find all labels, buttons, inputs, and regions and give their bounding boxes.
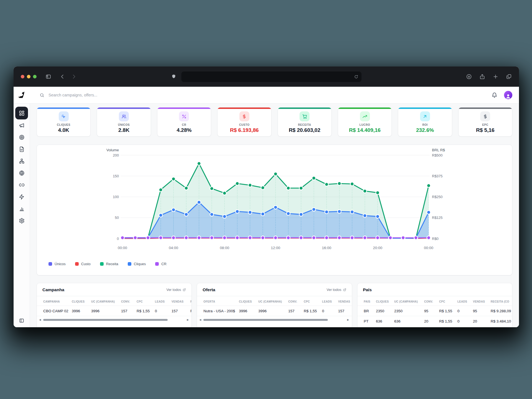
column-header: LEADS — [322, 300, 338, 303]
table-row[interactable]: PT63663620R$ 1,55020R$ 3.484,10 — [357, 316, 512, 326]
browser-sidebar-toggle-icon[interactable] — [45, 74, 51, 80]
user-avatar[interactable] — [504, 91, 512, 99]
table-cell: 2350 — [376, 309, 394, 313]
dollar-icon — [480, 111, 490, 121]
table-cell: 0 — [155, 309, 172, 313]
scrollbar-track[interactable] — [203, 319, 345, 321]
app-sidebar — [14, 104, 30, 327]
table-row[interactable]: Nutra - USA - 200$39963996157R$ 1,550157 — [197, 306, 352, 316]
address-bar[interactable] — [181, 71, 362, 82]
downloads-icon[interactable] — [466, 74, 472, 80]
column-header: CPC — [439, 300, 457, 303]
notifications-bell-icon[interactable] — [492, 92, 497, 98]
sidebar-item-reports[interactable] — [16, 203, 28, 215]
legend-item-nicos[interactable]: Únicos — [48, 262, 66, 266]
legend-item-custo[interactable]: Custo — [75, 262, 91, 266]
minimize-window-button[interactable] — [27, 75, 30, 78]
svg-text:20:00: 20:00 — [373, 246, 382, 250]
collapse-sidebar-icon[interactable] — [19, 318, 24, 323]
stat-label: CLIQUES — [57, 123, 70, 126]
table-row[interactable]: CBO CAMP 0239963996157R$ 1,550157R — [37, 306, 191, 316]
privacy-shield-icon[interactable] — [171, 74, 177, 79]
scrollbar-thumb[interactable] — [43, 319, 168, 321]
table-cell: 0 — [457, 309, 473, 313]
share-icon[interactable] — [479, 74, 485, 80]
scrollbar-track[interactable] — [43, 319, 185, 321]
ver-todos-link[interactable]: Ver todos — [167, 288, 186, 292]
search-bar — [30, 93, 492, 98]
stat-accent-bar — [37, 108, 90, 109]
svg-text:50: 50 — [115, 216, 119, 220]
sidebar-item-offers[interactable] — [16, 131, 28, 143]
svg-text:12:00: 12:00 — [271, 246, 280, 250]
column-header: CPC — [304, 300, 322, 303]
column-header: CLIQUES — [376, 300, 394, 303]
globe-icon — [19, 170, 25, 176]
table-cell: 95 — [473, 309, 491, 313]
column-header: CONV. — [288, 300, 304, 303]
tab-overview-icon[interactable] — [506, 74, 512, 80]
column-header: CAMPANHA — [43, 300, 72, 303]
ver-todos-link[interactable]: Ver todos — [327, 288, 346, 292]
desktop-background: CLIQUES4.0KÚNICOS2.8KCR4.28%CUSTOR$ 6.19… — [0, 0, 532, 399]
app-content: CLIQUES4.0KÚNICOS2.8KCR4.28%CUSTOR$ 6.19… — [14, 87, 519, 327]
new-tab-icon[interactable] — [493, 74, 498, 80]
legend-item-receita[interactable]: Receita — [100, 262, 118, 266]
legend-item-cr[interactable]: CR — [155, 262, 167, 266]
table-header-row: CAMPANHACLIQUESUC (CAMPANHA)CONV.CPCLEAD… — [37, 297, 191, 306]
table-cell: R$ 1,55 — [439, 319, 457, 323]
legend-item-cliques[interactable]: Cliques — [128, 262, 146, 266]
legend-swatch — [155, 262, 159, 266]
table-cell: 20 — [424, 319, 439, 323]
table-cell: 0 — [322, 309, 338, 313]
table-cell: 20 — [473, 319, 491, 323]
sidebar-item-campaigns[interactable] — [16, 119, 28, 131]
svg-text:04:00: 04:00 — [169, 246, 178, 250]
scrollbar-thumb[interactable] — [203, 319, 328, 321]
scroll-right-arrow[interactable]: ▶ — [347, 319, 349, 321]
reload-icon[interactable] — [354, 75, 359, 79]
gear-icon — [19, 218, 25, 224]
stat-value: 2.8K — [118, 127, 129, 133]
forward-icon[interactable] — [71, 74, 77, 80]
stat-card-nicos: ÚNICOS2.8K — [97, 107, 151, 137]
sidebar-item-dashboard[interactable] — [15, 107, 28, 119]
stat-label: EPC — [482, 123, 488, 126]
table-row[interactable]: BR2350235095R$ 1,55095R$ 9.288,09 — [357, 306, 512, 316]
sidebar-item-domains[interactable] — [16, 167, 28, 179]
dog-logo-icon[interactable] — [14, 91, 30, 99]
legend-swatch — [48, 262, 52, 266]
search-input[interactable] — [48, 93, 168, 98]
stat-card-lucro: LUCROR$ 14.409,16 — [338, 107, 392, 137]
back-icon[interactable] — [60, 74, 65, 80]
sidebar-item-settings[interactable] — [16, 215, 28, 227]
table-header-row: PAÍSCLIQUESUC (CAMPANHA)CONV.CPCLEADSVEN… — [357, 297, 512, 306]
cursor-click-icon — [59, 111, 69, 121]
scroll-left-arrow[interactable]: ◀ — [199, 319, 201, 321]
scroll-left-arrow[interactable]: ◀ — [39, 319, 41, 321]
traffic-lights — [21, 75, 37, 78]
legend-label: Cliques — [134, 262, 146, 266]
stat-value: 4.28% — [177, 127, 192, 133]
column-header: RECEITA (CO — [491, 300, 512, 303]
stat-card-custo: CUSTOR$ 6.193,86 — [217, 107, 271, 137]
legend-label: CR — [161, 262, 167, 266]
stat-accent-bar — [278, 108, 331, 109]
table-cell: 3996 — [239, 309, 258, 313]
sidebar-item-integrations[interactable] — [16, 191, 28, 203]
close-window-button[interactable] — [21, 75, 24, 78]
layout-dashboard-icon — [19, 110, 25, 116]
svg-text:R$375: R$375 — [432, 174, 443, 178]
maximize-window-button[interactable] — [33, 75, 37, 78]
stat-card-epc: EPCR$ 5,16 — [458, 107, 512, 137]
sidebar-item-flows[interactable] — [16, 155, 28, 167]
chart-svg: VolumeBRL R$0R$050R$125100R$250150R$3752… — [41, 147, 509, 256]
stat-value: R$ 5,16 — [476, 127, 495, 133]
sidebar-item-landing-pages[interactable] — [16, 143, 28, 155]
app-header — [14, 87, 519, 104]
network-icon — [19, 158, 25, 164]
scroll-right-arrow[interactable]: ▶ — [187, 319, 189, 321]
stat-label: LUCRO — [359, 123, 370, 126]
table-cell: R$ 1,55 — [137, 309, 155, 313]
sidebar-item-links[interactable] — [16, 179, 28, 191]
